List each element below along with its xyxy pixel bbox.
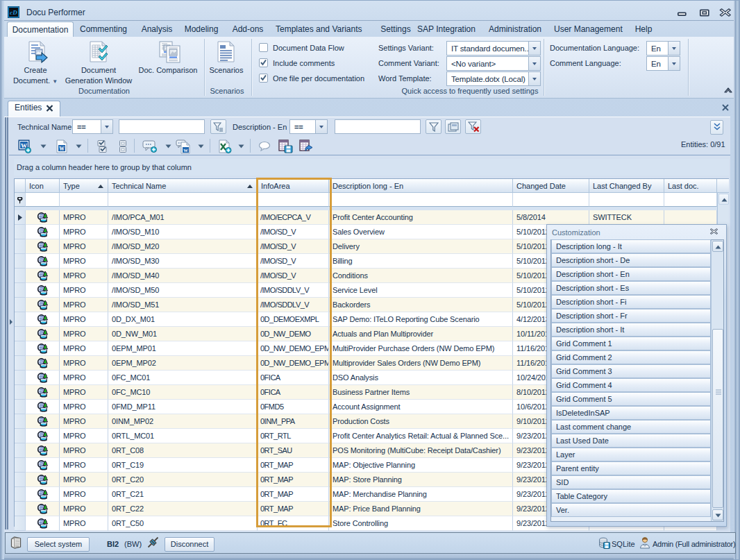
svg-text:cD: cD xyxy=(10,9,17,16)
svg-text:W: W xyxy=(59,146,65,152)
svg-text:W: W xyxy=(183,148,188,153)
